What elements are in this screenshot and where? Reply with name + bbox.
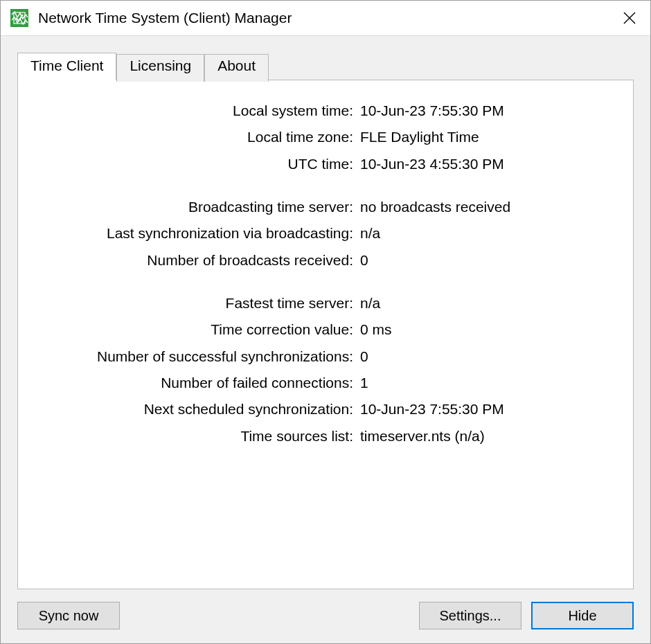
value-utc-time: 10-Jun-23 4:55:30 PM <box>359 154 609 174</box>
label-utc-time: UTC time: <box>42 154 359 174</box>
row-sources: Time sources list: timeserver.nts (n/a) <box>42 427 609 446</box>
value-next-sync: 10-Jun-23 7:55:30 PM <box>359 400 609 419</box>
label-sources: Time sources list: <box>42 427 359 446</box>
settings-button[interactable]: Settings... <box>419 602 521 629</box>
tab-time-client[interactable]: Time Client <box>17 53 116 80</box>
label-fastest-server: Fastest time server: <box>42 294 359 313</box>
spacer <box>130 602 409 629</box>
close-button[interactable] <box>609 1 650 35</box>
row-local-system-time: Local system time: 10-Jun-23 7:55:30 PM <box>42 101 609 120</box>
tabstrip: Time Client Licensing About <box>17 53 634 80</box>
hide-button[interactable]: Hide <box>531 602 634 629</box>
label-correction: Time correction value: <box>42 320 359 339</box>
label-num-sync-ok: Number of successful synchronizations: <box>42 347 359 366</box>
label-local-system-time: Local system time: <box>42 101 359 120</box>
value-broadcast-server: no broadcasts received <box>359 197 609 217</box>
client-area: Time Client Licensing About Local system… <box>1 36 650 643</box>
svg-rect-0 <box>10 9 28 27</box>
app-window: Network Time System (Client) Manager Tim… <box>0 0 651 644</box>
tab-about[interactable]: About <box>204 54 269 82</box>
value-sources: timeserver.nts (n/a) <box>359 427 609 446</box>
value-last-sync-bcast: n/a <box>359 224 609 243</box>
titlebar: Network Time System (Client) Manager <box>1 1 650 36</box>
row-broadcast-server: Broadcasting time server: no broadcasts … <box>42 197 609 217</box>
value-num-bcast: 0 <box>359 251 609 270</box>
tab-licensing[interactable]: Licensing <box>116 54 204 82</box>
row-correction: Time correction value: 0 ms <box>42 320 609 339</box>
value-local-time-zone: FLE Daylight Time <box>359 127 609 147</box>
label-local-time-zone: Local time zone: <box>42 127 359 147</box>
close-icon <box>623 12 636 24</box>
value-num-failed: 1 <box>359 373 609 393</box>
row-fastest-server: Fastest time server: n/a <box>42 294 609 313</box>
value-local-system-time: 10-Jun-23 7:55:30 PM <box>359 101 609 120</box>
value-num-sync-ok: 0 <box>359 347 609 366</box>
app-icon <box>10 9 28 27</box>
row-num-failed: Number of failed connections: 1 <box>42 373 609 393</box>
label-num-bcast: Number of broadcasts received: <box>42 251 359 270</box>
tab-panel-time-client: Local system time: 10-Jun-23 7:55:30 PM … <box>17 80 634 589</box>
label-next-sync: Next scheduled synchronization: <box>42 400 359 419</box>
sync-now-button[interactable]: Sync now <box>17 602 120 629</box>
row-utc-time: UTC time: 10-Jun-23 4:55:30 PM <box>42 154 609 174</box>
value-fastest-server: n/a <box>359 294 609 313</box>
row-num-sync-ok: Number of successful synchronizations: 0 <box>42 347 609 366</box>
button-bar: Sync now Settings... Hide <box>17 602 634 629</box>
label-last-sync-bcast: Last synchronization via broadcasting: <box>42 224 359 243</box>
row-next-sync: Next scheduled synchronization: 10-Jun-2… <box>42 400 609 419</box>
value-correction: 0 ms <box>359 320 609 339</box>
row-local-time-zone: Local time zone: FLE Daylight Time <box>42 127 609 147</box>
label-broadcast-server: Broadcasting time server: <box>42 197 359 217</box>
row-num-bcast: Number of broadcasts received: 0 <box>42 251 609 270</box>
row-last-sync-bcast: Last synchronization via broadcasting: n… <box>42 224 609 243</box>
window-title: Network Time System (Client) Manager <box>38 10 609 26</box>
label-num-failed: Number of failed connections: <box>42 373 359 393</box>
